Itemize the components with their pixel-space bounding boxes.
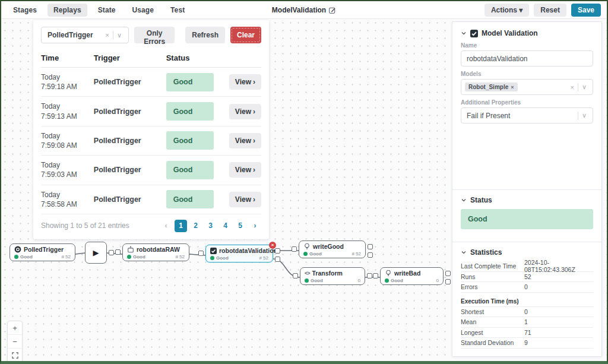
row-trigger: PolledTrigger xyxy=(94,68,166,97)
section-header[interactable]: Status xyxy=(461,196,593,204)
view-label: View xyxy=(235,107,251,116)
output-port[interactable] xyxy=(445,279,451,284)
only-errors-button[interactable]: Only Errors xyxy=(134,27,175,43)
divider xyxy=(578,112,578,120)
clear-icon[interactable]: × xyxy=(568,84,577,91)
prev-page-icon[interactable]: ‹ xyxy=(160,220,172,232)
run-node-button[interactable]: ▶ xyxy=(85,242,107,264)
replays-panel: PolledTrigger × ∨ Only Errors Refresh Cl… xyxy=(33,20,269,239)
chevron-right-icon: › xyxy=(253,195,255,204)
remove-node-icon[interactable]: × xyxy=(269,242,276,249)
app-window: Stages Replays State Usage Test ModelVal… xyxy=(0,0,608,364)
column-header-status[interactable]: Status xyxy=(166,50,229,68)
section-header[interactable]: Model Validation xyxy=(461,29,593,37)
output-port[interactable] xyxy=(109,250,114,255)
additional-properties-select[interactable]: Fail if Present ∨ xyxy=(461,107,593,124)
node-writegood[interactable]: writeGood Good # 52 xyxy=(299,240,366,258)
models-select[interactable]: Robot_Simple × × ∨ xyxy=(461,79,593,95)
output-port[interactable] xyxy=(367,273,372,278)
node-polledtrigger[interactable]: PolledTrigger Good # 52 xyxy=(10,243,75,261)
node-robotdatavalidation[interactable]: × robotdataValidation Good # 52 xyxy=(205,245,273,262)
status-dot xyxy=(210,256,214,260)
row-time: 7:59:13 AM xyxy=(41,112,94,121)
column-header-actions xyxy=(229,50,261,68)
output-port[interactable] xyxy=(368,252,373,258)
chevron-down-icon[interactable]: ∨ xyxy=(580,112,589,119)
tab-state[interactable]: State xyxy=(92,4,122,17)
page-1[interactable]: 1 xyxy=(175,220,187,232)
row-date: Today xyxy=(41,102,94,111)
actions-button[interactable]: Actions ▾ xyxy=(484,4,529,17)
chevron-down-icon[interactable]: ∨ xyxy=(115,31,124,39)
next-page-icon[interactable]: › xyxy=(249,220,261,232)
model-validation-section: Model Validation Name Models Robot_Simpl… xyxy=(452,22,601,189)
status-badge: Good xyxy=(166,73,214,91)
input-port[interactable] xyxy=(198,251,204,256)
node-writebad[interactable]: writeBad Good 0 xyxy=(380,267,444,285)
name-field[interactable] xyxy=(461,50,593,67)
row-date: Today xyxy=(41,72,94,82)
page-3[interactable]: 3 xyxy=(204,220,217,232)
tab-stages[interactable]: Stages xyxy=(7,4,43,17)
output-port[interactable] xyxy=(445,271,451,276)
save-button[interactable]: Save xyxy=(571,4,601,17)
stat-label: Shortest xyxy=(461,308,524,315)
checkbox-icon xyxy=(210,248,217,254)
tab-usage[interactable]: Usage xyxy=(126,4,160,17)
checkbox-icon xyxy=(470,30,478,37)
fit-view-button[interactable] xyxy=(8,349,22,362)
reset-button[interactable]: Reset xyxy=(534,4,566,17)
tab-test[interactable]: Test xyxy=(164,4,191,17)
table-row: Today7:59:08 AM PolledTrigger Good View› xyxy=(41,126,261,155)
node-robotdataraw[interactable]: robotdataRAW Good # 52 xyxy=(122,243,189,261)
chevron-down-icon xyxy=(461,30,467,36)
view-label: View xyxy=(235,166,251,174)
stat-value: 1 xyxy=(524,318,528,325)
edit-icon[interactable] xyxy=(329,7,336,14)
refresh-button[interactable]: Refresh xyxy=(185,27,225,43)
clear-button[interactable]: Clear xyxy=(230,27,261,43)
view-button[interactable]: View› xyxy=(229,162,261,178)
page-4[interactable]: 4 xyxy=(219,220,232,232)
clear-filter-icon[interactable]: × xyxy=(103,31,112,39)
input-port[interactable] xyxy=(115,249,121,255)
view-button[interactable]: View› xyxy=(229,74,261,90)
view-button[interactable]: View› xyxy=(229,133,261,148)
stat-label: Standard Deviation xyxy=(461,339,524,346)
view-button[interactable]: View› xyxy=(229,192,261,207)
column-header-trigger[interactable]: Trigger xyxy=(94,50,166,68)
stat-value: 0 xyxy=(524,308,528,315)
play-icon: ▶ xyxy=(93,248,99,257)
section-title: Status xyxy=(470,196,492,204)
tab-replays[interactable]: Replays xyxy=(48,4,87,17)
output-port[interactable] xyxy=(368,244,373,249)
zoom-out-button[interactable]: − xyxy=(8,335,22,349)
trigger-filter-select[interactable]: PolledTrigger × ∨ xyxy=(41,27,129,43)
node-status: Good xyxy=(311,278,323,283)
output-port-bad[interactable] xyxy=(275,257,280,262)
top-bar: Stages Replays State Usage Test ModelVal… xyxy=(1,1,607,19)
node-count: 0 xyxy=(436,278,439,283)
section-header[interactable]: Statistics xyxy=(461,248,593,257)
stat-label: Longest xyxy=(461,329,524,336)
view-button[interactable]: View› xyxy=(229,104,261,119)
page-5[interactable]: 5 xyxy=(234,220,246,232)
node-count: 0 xyxy=(358,278,360,283)
entries-summary: Showing 1 to 5 of 21 entries xyxy=(41,221,129,230)
input-port[interactable] xyxy=(292,246,297,252)
input-port[interactable] xyxy=(293,273,298,278)
remove-tag-icon[interactable]: × xyxy=(511,84,514,90)
flow-canvas[interactable]: PolledTrigger Good # 52 ▶ robotdataRAW xyxy=(1,19,607,361)
chevron-right-icon: › xyxy=(253,107,255,116)
page-2[interactable]: 2 xyxy=(189,220,202,232)
node-transform[interactable]: <> Transform Good 0 xyxy=(300,267,365,285)
output-port-good[interactable] xyxy=(275,248,280,254)
column-header-time[interactable]: Time xyxy=(41,50,94,68)
name-label: Name xyxy=(461,42,593,49)
model-tag[interactable]: Robot_Simple × xyxy=(465,83,518,91)
chevron-down-icon[interactable]: ∨ xyxy=(580,83,589,91)
stat-row: Longest 71 xyxy=(461,328,593,338)
input-port[interactable] xyxy=(373,273,378,278)
actions-label: Actions xyxy=(491,6,517,14)
zoom-in-button[interactable]: + xyxy=(8,321,22,335)
